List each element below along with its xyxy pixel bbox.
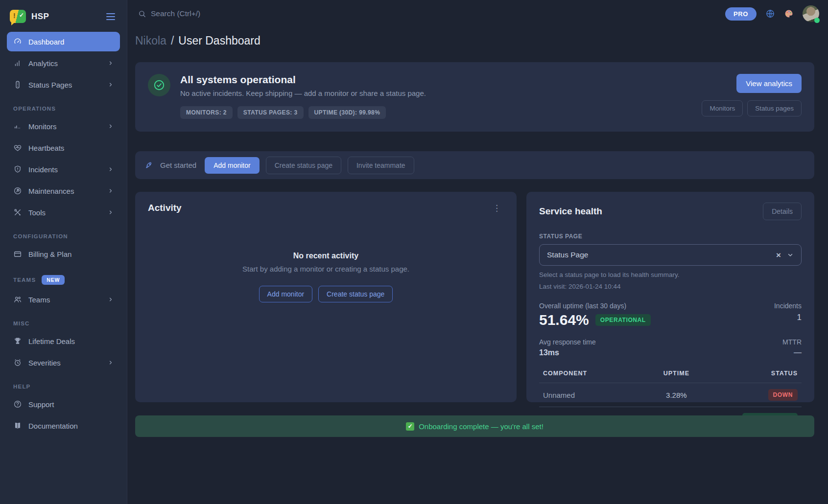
sidebar-item-label: Billing & Plan <box>28 250 71 258</box>
col-uptime: UPTIME <box>636 370 717 377</box>
view-analytics-button[interactable]: View analytics <box>736 74 802 93</box>
status-pages-button[interactable]: Status pages <box>747 100 802 116</box>
create-status-page-button[interactable]: Create status page <box>266 157 341 174</box>
chevron-right-icon <box>108 297 114 302</box>
book-icon <box>13 421 22 430</box>
breadcrumb-parent[interactable]: Nikola <box>135 34 166 47</box>
create-status-page-button[interactable]: Create status page <box>318 286 393 302</box>
add-monitor-button[interactable]: Add monitor <box>259 286 312 302</box>
onboarding-message: Onboarding complete — you're all set! <box>419 422 544 431</box>
add-monitor-button[interactable]: Add monitor <box>205 157 259 174</box>
sidebar-item-label: Incidents <box>28 165 58 174</box>
bar-chart-icon <box>13 59 22 68</box>
sidebar-item-label: Status Pages <box>28 81 72 89</box>
monitors-chip: MONITORS: 2 <box>180 106 233 119</box>
logo-check: ✓ <box>19 12 24 19</box>
heartbeat-icon <box>13 143 22 152</box>
avg-response-value: 13ms <box>539 348 596 357</box>
status-banner: All systems operational No active incide… <box>135 62 814 132</box>
get-started-label: Get started <box>160 161 196 169</box>
get-started-strip: Get started Add monitor Create status pa… <box>135 151 814 179</box>
last-visit-text: Last visit: 2026-01-24 10:44 <box>539 283 802 290</box>
component-uptime: 3.28% <box>636 391 717 399</box>
activity-card: Activity ⋮ No recent activity Start by a… <box>135 192 517 402</box>
sidebar-item-heartbeats[interactable]: Heartbeats <box>7 138 120 158</box>
section-label: CONFIGURATION <box>13 233 68 239</box>
sidebar-item-support[interactable]: Support <box>7 394 120 414</box>
sidebar-item-label: Heartbeats <box>28 144 64 152</box>
sidebar-item-lifetime-deals[interactable]: Lifetime Deals <box>7 331 120 351</box>
mttr-label: MTTR <box>782 338 802 346</box>
search-input[interactable]: Search (Ctrl+/) <box>138 9 200 18</box>
sidebar-item-label: Tools <box>28 208 46 217</box>
response-metrics: Avg response time 13ms MTTR — <box>539 338 802 357</box>
sidebar-section-help: HELP <box>13 384 114 389</box>
service-health-title: Service health <box>539 206 602 217</box>
invite-teammate-button[interactable]: Invite teammate <box>348 157 414 174</box>
topbar-actions: PRO <box>725 5 819 22</box>
sidebar-item-teams[interactable]: Teams <box>7 290 120 309</box>
uptime-label: Overall uptime (last 30 days) <box>539 302 651 310</box>
empty-subtitle: Start by adding a monitor or creating a … <box>148 265 504 273</box>
kebab-menu-icon[interactable]: ⋮ <box>490 203 504 213</box>
status-pages-chip: STATUS PAGES: 3 <box>237 106 304 119</box>
onboarding-banner: ✓ Onboarding complete — you're all set! <box>135 415 814 437</box>
service-health-card: Service health Details STATUS PAGE Statu… <box>526 192 814 402</box>
select-helper-text: Select a status page to load its health … <box>539 271 802 278</box>
status-page-select[interactable]: Status Page × <box>539 244 802 266</box>
sidebar-item-monitors[interactable]: Monitors <box>7 116 120 136</box>
sidebar-item-label: Monitors <box>28 122 57 131</box>
banner-subtitle: No active incidents. Keep shipping — add… <box>180 89 426 97</box>
question-circle-icon <box>13 400 22 409</box>
sidebar-item-tools[interactable]: Tools <box>7 203 120 222</box>
chevron-right-icon <box>108 82 114 88</box>
content: Nikola/User Dashboard All systems operat… <box>127 27 828 504</box>
sidebar-item-documentation[interactable]: Documentation <box>7 416 120 435</box>
col-component: COMPONENT <box>543 370 636 377</box>
details-button[interactable]: Details <box>763 203 802 220</box>
sidebar-item-billing-plan[interactable]: Billing & Plan <box>7 244 120 264</box>
uptime-metrics: Overall uptime (last 30 days) 51.64% OPE… <box>539 302 802 328</box>
sidebar-item-analytics[interactable]: Analytics <box>7 53 120 73</box>
sidebar-section-configuration: CONFIGURATION <box>13 233 114 239</box>
sidebar-item-status-pages[interactable]: Status Pages <box>7 75 120 94</box>
monitor-bars-icon <box>13 122 22 131</box>
main-area: Search (Ctrl+/) PRO Nikola/User Dashboar… <box>127 0 828 504</box>
sidebar-item-label: Support <box>28 400 54 409</box>
status-badge: DOWN <box>768 389 798 401</box>
sidebar: ! ✓ HSP Dashboard Analytics Status Pages… <box>0 0 127 504</box>
sidebar-item-severities[interactable]: Severities <box>7 353 120 372</box>
mttr-value: — <box>782 348 802 357</box>
sidebar-item-incidents[interactable]: Incidents <box>7 160 120 179</box>
cards-row: Activity ⋮ No recent activity Start by a… <box>135 192 814 402</box>
logo-exclamation: ! <box>13 12 16 20</box>
incidents-value: 1 <box>774 313 802 322</box>
chevron-down-icon[interactable] <box>787 252 794 258</box>
uptime-chip: UPTIME (30D): 99.98% <box>308 106 386 119</box>
gauge-icon <box>13 37 22 46</box>
section-label: OPERATIONS <box>13 106 56 112</box>
globe-icon[interactable] <box>765 9 775 19</box>
traffic-light-icon <box>13 80 22 89</box>
tools-icon <box>13 208 22 217</box>
pro-badge[interactable]: PRO <box>725 7 757 21</box>
sidebar-item-label: Lifetime Deals <box>28 337 75 345</box>
avatar[interactable] <box>803 5 819 22</box>
breadcrumb-separator: / <box>171 34 174 47</box>
monitors-button[interactable]: Monitors <box>702 100 743 116</box>
check-circle-icon <box>148 74 170 96</box>
hamburger-menu-icon[interactable] <box>104 11 117 22</box>
clear-icon[interactable]: × <box>776 251 781 259</box>
sidebar-nav: Dashboard Analytics Status Pages OPERATI… <box>7 31 120 436</box>
sidebar-section-teams: TEAMS NEW <box>13 275 114 285</box>
status-page-label: STATUS PAGE <box>539 233 802 240</box>
sidebar-item-maintenances[interactable]: Maintenances <box>7 181 120 201</box>
sidebar-section-misc: MISC <box>13 321 114 326</box>
credit-card-icon <box>13 250 22 258</box>
palette-icon[interactable] <box>784 9 794 19</box>
banner-actions: View analytics Monitors Status pages <box>692 74 802 119</box>
sidebar-item-dashboard[interactable]: Dashboard <box>7 32 120 51</box>
banner-chips: MONITORS: 2 STATUS PAGES: 3 UPTIME (30D)… <box>180 106 426 119</box>
chevron-right-icon <box>108 209 114 215</box>
activity-title: Activity <box>148 203 182 213</box>
